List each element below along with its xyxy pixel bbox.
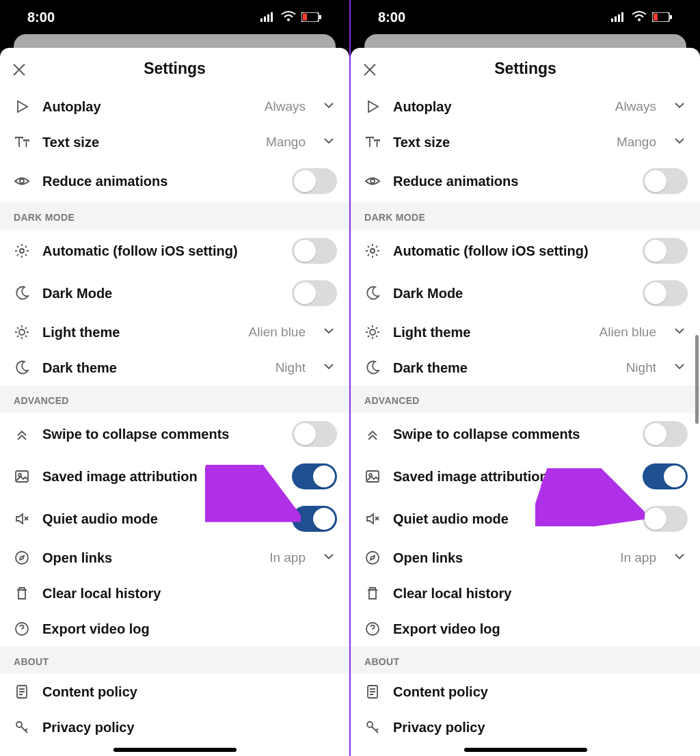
row-label: Saved image attribution <box>393 469 632 485</box>
row-swipe-collapse[interactable]: Swipe to collapse comments <box>0 413 349 455</box>
moon-icon <box>12 358 31 377</box>
row-content-policy[interactable]: Content policy <box>0 674 349 710</box>
svg-rect-3 <box>271 12 273 22</box>
row-light-theme[interactable]: Light theme Alien blue <box>0 314 349 350</box>
toggle-quiet-audio[interactable] <box>643 506 688 532</box>
row-quiet-audio[interactable]: Quiet audio mode <box>0 498 349 540</box>
help-icon <box>363 619 382 638</box>
row-swipe-collapse[interactable]: Swipe to collapse comments <box>351 413 700 455</box>
chevron-down-icon <box>321 548 337 567</box>
chevron-down-icon <box>671 97 688 116</box>
row-label: Clear local history <box>42 586 337 602</box>
row-export-video-log[interactable]: Export video log <box>0 611 349 647</box>
toggle-swipe-collapse[interactable] <box>292 421 337 447</box>
toggle-dark-mode[interactable] <box>292 280 337 306</box>
page-title: Settings <box>494 59 556 78</box>
row-label: Export video log <box>42 621 337 637</box>
svg-point-9 <box>20 249 24 253</box>
row-label: Privacy policy <box>42 720 337 735</box>
scrollbar[interactable] <box>695 335 699 424</box>
row-autoplay[interactable]: Autoplay Always <box>351 89 700 124</box>
row-open-links[interactable]: Open links In app <box>351 540 700 576</box>
row-auto-dark[interactable]: Automatic (follow iOS setting) <box>0 230 349 272</box>
row-text-size[interactable]: Text size Mango <box>351 124 700 160</box>
row-dark-theme[interactable]: Dark theme Night <box>351 350 700 386</box>
wifi-icon <box>632 10 647 25</box>
svg-point-26 <box>371 179 375 183</box>
row-privacy-policy[interactable]: Privacy policy <box>351 710 700 745</box>
sheet-header: Settings <box>351 48 700 89</box>
svg-rect-11 <box>16 471 28 482</box>
close-button[interactable] <box>360 60 379 79</box>
help-icon <box>12 619 31 638</box>
svg-rect-7 <box>319 15 321 19</box>
row-value: In app <box>269 550 306 565</box>
toggle-reduce-animations[interactable] <box>292 168 337 194</box>
svg-point-10 <box>19 329 25 335</box>
row-label: Saved image attribution <box>42 469 281 485</box>
collapse-icon <box>363 424 382 444</box>
image-icon <box>12 467 31 486</box>
svg-point-22 <box>638 18 641 21</box>
row-reduce-animations[interactable]: Reduce animations <box>0 160 349 202</box>
row-content-policy[interactable]: Content policy <box>351 674 700 710</box>
status-icons <box>611 10 673 25</box>
row-dark-mode[interactable]: Dark Mode <box>0 272 349 314</box>
row-quiet-audio[interactable]: Quiet audio mode <box>351 498 700 540</box>
toggle-dark-mode[interactable] <box>643 280 688 306</box>
row-clear-history[interactable]: Clear local history <box>0 576 349 611</box>
svg-rect-20 <box>618 14 620 22</box>
toggle-swipe-collapse[interactable] <box>643 421 688 447</box>
row-saved-image-attr[interactable]: Saved image attribution <box>351 455 700 498</box>
image-icon <box>363 467 382 486</box>
row-clear-history[interactable]: Clear local history <box>351 576 700 611</box>
row-dark-mode[interactable]: Dark Mode <box>351 272 700 314</box>
row-label: Text size <box>42 135 255 150</box>
svg-point-34 <box>367 722 373 727</box>
textsize-icon <box>363 133 382 152</box>
row-auto-dark[interactable]: Automatic (follow iOS setting) <box>351 230 700 272</box>
row-label: Content policy <box>42 684 337 700</box>
row-dark-theme[interactable]: Dark theme Night <box>0 350 349 386</box>
row-label: Swipe to collapse comments <box>393 427 632 442</box>
toggle-saved-image-attr[interactable] <box>643 463 688 489</box>
sun-icon <box>363 323 382 342</box>
row-label: Reduce animations <box>42 174 281 189</box>
toggle-auto-dark[interactable] <box>292 238 337 264</box>
trash-icon <box>363 584 382 603</box>
row-label: Open links <box>42 550 258 566</box>
row-autoplay[interactable]: Autoplay Always <box>0 89 349 124</box>
row-light-theme[interactable]: Light theme Alien blue <box>351 314 700 350</box>
row-value: Mango <box>617 135 656 150</box>
cellular-icon <box>260 10 275 25</box>
chevron-down-icon <box>321 97 337 116</box>
toggle-saved-image-attr[interactable] <box>292 463 337 489</box>
svg-rect-24 <box>654 14 658 21</box>
row-reduce-animations[interactable]: Reduce animations <box>351 160 700 202</box>
section-about: ABOUT <box>0 647 349 674</box>
section-advanced: ADVANCED <box>351 386 700 413</box>
row-label: Automatic (follow iOS setting) <box>393 243 632 259</box>
play-icon <box>12 97 31 116</box>
row-label: Autoplay <box>393 99 604 115</box>
row-export-video-log[interactable]: Export video log <box>351 611 700 647</box>
page-title: Settings <box>144 59 206 78</box>
toggle-auto-dark[interactable] <box>643 238 688 264</box>
row-value: Alien blue <box>600 325 656 340</box>
svg-rect-6 <box>303 14 307 21</box>
svg-rect-2 <box>267 14 269 22</box>
close-button[interactable] <box>10 60 29 79</box>
toggle-quiet-audio[interactable] <box>292 506 337 532</box>
row-open-links[interactable]: Open links In app <box>0 540 349 576</box>
home-indicator[interactable] <box>113 748 237 752</box>
row-value: Always <box>265 99 306 114</box>
doc-icon <box>12 682 31 701</box>
row-privacy-policy[interactable]: Privacy policy <box>0 710 349 745</box>
row-saved-image-attr[interactable]: Saved image attribution <box>0 455 349 498</box>
svg-rect-19 <box>615 16 617 22</box>
toggle-reduce-animations[interactable] <box>643 168 688 194</box>
chevron-down-icon <box>671 548 688 567</box>
home-indicator[interactable] <box>464 748 587 752</box>
status-time: 8:00 <box>27 10 55 25</box>
row-text-size[interactable]: Text size Mango <box>0 124 349 160</box>
